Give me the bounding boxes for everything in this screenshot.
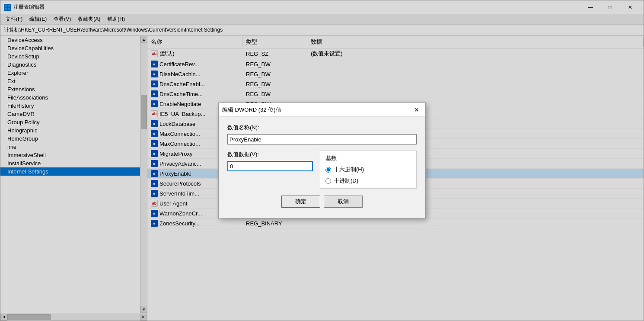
radio-hex-input[interactable] bbox=[325, 167, 331, 173]
radio-hex-label[interactable]: 十六进制(H) bbox=[325, 166, 411, 173]
name-label: 数值名称(N): bbox=[227, 124, 417, 132]
value-name-input[interactable] bbox=[227, 134, 417, 144]
edit-dword-dialog: 编辑 DWORD (32 位)值 ✕ 数值名称(N): 数值数据(V): 基数 … bbox=[218, 103, 426, 218]
modal-body: 数值名称(N): 数值数据(V): 基数 十六进制(H) bbox=[219, 117, 425, 218]
modal-title-bar: 编辑 DWORD (32 位)值 ✕ bbox=[219, 103, 425, 117]
value-data-input[interactable] bbox=[227, 161, 313, 171]
base-section: 基数 十六进制(H) 十进制(D) bbox=[320, 151, 417, 189]
modal-buttons: 确定 取消 bbox=[227, 196, 417, 211]
modal-close-button[interactable]: ✕ bbox=[411, 105, 422, 115]
ok-button[interactable]: 确定 bbox=[281, 196, 320, 208]
base-label: 基数 bbox=[325, 154, 411, 162]
radio-dec-text: 十进制(D) bbox=[334, 177, 358, 185]
data-label: 数值数据(V): bbox=[227, 151, 313, 158]
radio-hex-text: 十六进制(H) bbox=[334, 166, 364, 173]
modal-overlay: 编辑 DWORD (32 位)值 ✕ 数值名称(N): 数值数据(V): 基数 … bbox=[0, 0, 644, 321]
radio-group: 十六进制(H) 十进制(D) bbox=[325, 166, 411, 185]
radio-dec-label[interactable]: 十进制(D) bbox=[325, 177, 411, 185]
modal-data-row: 数值数据(V): 基数 十六进制(H) 十进制(D) bbox=[227, 151, 417, 189]
value-data-section: 数值数据(V): bbox=[227, 151, 313, 189]
radio-dec-input[interactable] bbox=[325, 178, 331, 184]
modal-title: 编辑 DWORD (32 位)值 bbox=[222, 106, 281, 114]
cancel-button[interactable]: 取消 bbox=[324, 196, 363, 208]
